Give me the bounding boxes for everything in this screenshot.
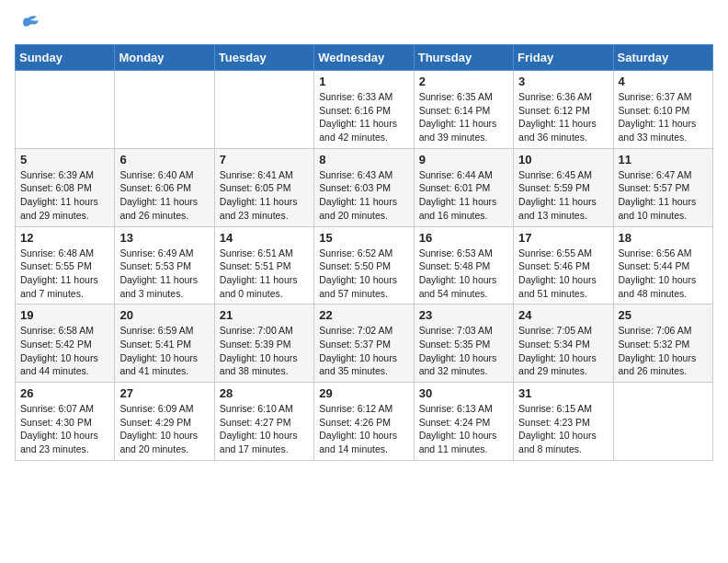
day-number: 10 bbox=[518, 153, 608, 167]
day-number: 14 bbox=[220, 231, 309, 245]
weekday-tuesday: Tuesday bbox=[214, 45, 313, 71]
day-number: 8 bbox=[319, 153, 408, 167]
day-cell: 13Sunrise: 6:49 AM Sunset: 5:53 PM Dayli… bbox=[115, 226, 214, 304]
day-info: Sunrise: 7:05 AM Sunset: 5:34 PM Dayligh… bbox=[518, 324, 608, 378]
day-cell: 4Sunrise: 6:37 AM Sunset: 6:10 PM Daylig… bbox=[613, 71, 712, 149]
day-number: 24 bbox=[518, 308, 608, 322]
day-number: 27 bbox=[119, 386, 209, 400]
day-info: Sunrise: 6:33 AM Sunset: 6:16 PM Dayligh… bbox=[319, 90, 408, 144]
day-number: 13 bbox=[119, 231, 209, 245]
day-info: Sunrise: 6:41 AM Sunset: 6:05 PM Dayligh… bbox=[220, 168, 309, 223]
day-cell: 11Sunrise: 6:47 AM Sunset: 5:57 PM Dayli… bbox=[613, 148, 712, 226]
day-info: Sunrise: 7:03 AM Sunset: 5:35 PM Dayligh… bbox=[419, 324, 508, 378]
day-number: 2 bbox=[419, 75, 508, 88]
day-info: Sunrise: 6:37 AM Sunset: 6:10 PM Dayligh… bbox=[619, 90, 708, 144]
day-number: 30 bbox=[419, 386, 508, 400]
day-number: 18 bbox=[619, 231, 708, 245]
day-cell: 26Sunrise: 6:07 AM Sunset: 4:30 PM Dayli… bbox=[16, 383, 115, 461]
day-info: Sunrise: 6:58 AM Sunset: 5:42 PM Dayligh… bbox=[20, 324, 109, 378]
day-cell: 3Sunrise: 6:36 AM Sunset: 6:12 PM Daylig… bbox=[514, 71, 613, 149]
weekday-thursday: Thursday bbox=[414, 45, 513, 71]
day-cell: 24Sunrise: 7:05 AM Sunset: 5:34 PM Dayli… bbox=[514, 304, 613, 383]
day-info: Sunrise: 6:35 AM Sunset: 6:14 PM Dayligh… bbox=[419, 90, 508, 144]
day-number: 9 bbox=[419, 153, 508, 167]
weekday-wednesday: Wednesday bbox=[314, 45, 414, 71]
day-cell: 28Sunrise: 6:10 AM Sunset: 4:27 PM Dayli… bbox=[214, 383, 313, 461]
day-info: Sunrise: 6:12 AM Sunset: 4:26 PM Dayligh… bbox=[319, 402, 408, 456]
logo-icon bbox=[15, 15, 40, 35]
day-number: 29 bbox=[319, 386, 408, 400]
day-cell: 8Sunrise: 6:43 AM Sunset: 6:03 PM Daylig… bbox=[314, 148, 414, 226]
day-info: Sunrise: 6:53 AM Sunset: 5:48 PM Dayligh… bbox=[419, 247, 508, 301]
day-info: Sunrise: 6:52 AM Sunset: 5:50 PM Dayligh… bbox=[319, 247, 408, 301]
day-cell bbox=[115, 71, 214, 149]
day-info: Sunrise: 6:07 AM Sunset: 4:30 PM Dayligh… bbox=[20, 402, 109, 456]
day-number: 11 bbox=[619, 153, 708, 167]
day-cell: 5Sunrise: 6:39 AM Sunset: 6:08 PM Daylig… bbox=[16, 148, 115, 226]
day-info: Sunrise: 6:10 AM Sunset: 4:27 PM Dayligh… bbox=[220, 402, 309, 456]
day-cell: 30Sunrise: 6:13 AM Sunset: 4:24 PM Dayli… bbox=[414, 383, 513, 461]
day-info: Sunrise: 6:47 AM Sunset: 5:57 PM Dayligh… bbox=[619, 168, 708, 223]
weekday-saturday: Saturday bbox=[613, 45, 712, 71]
page-header bbox=[15, 15, 713, 35]
day-number: 12 bbox=[20, 231, 109, 245]
day-cell: 22Sunrise: 7:02 AM Sunset: 5:37 PM Dayli… bbox=[314, 304, 414, 383]
day-cell: 21Sunrise: 7:00 AM Sunset: 5:39 PM Dayli… bbox=[214, 304, 313, 383]
day-cell: 29Sunrise: 6:12 AM Sunset: 4:26 PM Dayli… bbox=[314, 383, 414, 461]
day-number: 21 bbox=[220, 308, 309, 322]
day-info: Sunrise: 6:40 AM Sunset: 6:06 PM Dayligh… bbox=[119, 168, 209, 223]
week-row-2: 5Sunrise: 6:39 AM Sunset: 6:08 PM Daylig… bbox=[16, 148, 713, 226]
day-info: Sunrise: 7:06 AM Sunset: 5:32 PM Dayligh… bbox=[619, 324, 708, 378]
day-number: 28 bbox=[220, 386, 309, 400]
day-info: Sunrise: 6:59 AM Sunset: 5:41 PM Dayligh… bbox=[119, 324, 209, 378]
day-info: Sunrise: 6:51 AM Sunset: 5:51 PM Dayligh… bbox=[220, 247, 309, 301]
day-cell bbox=[613, 383, 712, 461]
day-info: Sunrise: 6:09 AM Sunset: 4:29 PM Dayligh… bbox=[119, 402, 209, 456]
day-cell: 7Sunrise: 6:41 AM Sunset: 6:05 PM Daylig… bbox=[214, 148, 313, 226]
day-cell: 6Sunrise: 6:40 AM Sunset: 6:06 PM Daylig… bbox=[115, 148, 214, 226]
day-info: Sunrise: 6:36 AM Sunset: 6:12 PM Dayligh… bbox=[518, 90, 608, 144]
logo bbox=[15, 15, 44, 35]
day-number: 7 bbox=[220, 153, 309, 167]
day-info: Sunrise: 6:44 AM Sunset: 6:01 PM Dayligh… bbox=[419, 168, 508, 223]
day-cell: 25Sunrise: 7:06 AM Sunset: 5:32 PM Dayli… bbox=[613, 304, 712, 383]
day-cell: 9Sunrise: 6:44 AM Sunset: 6:01 PM Daylig… bbox=[414, 148, 513, 226]
day-cell: 19Sunrise: 6:58 AM Sunset: 5:42 PM Dayli… bbox=[16, 304, 115, 383]
week-row-4: 19Sunrise: 6:58 AM Sunset: 5:42 PM Dayli… bbox=[16, 304, 713, 383]
day-info: Sunrise: 6:15 AM Sunset: 4:23 PM Dayligh… bbox=[518, 402, 608, 456]
day-cell: 20Sunrise: 6:59 AM Sunset: 5:41 PM Dayli… bbox=[115, 304, 214, 383]
day-cell: 10Sunrise: 6:45 AM Sunset: 5:59 PM Dayli… bbox=[514, 148, 613, 226]
day-number: 31 bbox=[518, 386, 608, 400]
week-row-1: 1Sunrise: 6:33 AM Sunset: 6:16 PM Daylig… bbox=[16, 71, 713, 149]
day-cell: 14Sunrise: 6:51 AM Sunset: 5:51 PM Dayli… bbox=[214, 226, 313, 304]
day-number: 20 bbox=[119, 308, 209, 322]
day-info: Sunrise: 7:00 AM Sunset: 5:39 PM Dayligh… bbox=[220, 324, 309, 378]
day-info: Sunrise: 6:43 AM Sunset: 6:03 PM Dayligh… bbox=[319, 168, 408, 223]
day-cell: 18Sunrise: 6:56 AM Sunset: 5:44 PM Dayli… bbox=[613, 226, 712, 304]
day-number: 17 bbox=[518, 231, 608, 245]
day-number: 16 bbox=[419, 231, 508, 245]
day-info: Sunrise: 6:56 AM Sunset: 5:44 PM Dayligh… bbox=[619, 247, 708, 301]
weekday-monday: Monday bbox=[115, 45, 214, 71]
day-info: Sunrise: 6:13 AM Sunset: 4:24 PM Dayligh… bbox=[419, 402, 508, 456]
day-cell: 27Sunrise: 6:09 AM Sunset: 4:29 PM Dayli… bbox=[115, 383, 214, 461]
day-info: Sunrise: 6:48 AM Sunset: 5:55 PM Dayligh… bbox=[20, 247, 109, 301]
day-number: 5 bbox=[20, 153, 109, 167]
day-number: 19 bbox=[20, 308, 109, 322]
day-number: 22 bbox=[319, 308, 408, 322]
weekday-sunday: Sunday bbox=[16, 45, 115, 71]
day-number: 15 bbox=[319, 231, 408, 245]
calendar-table: SundayMondayTuesdayWednesdayThursdayFrid… bbox=[15, 44, 713, 461]
day-number: 26 bbox=[20, 386, 109, 400]
day-cell: 16Sunrise: 6:53 AM Sunset: 5:48 PM Dayli… bbox=[414, 226, 513, 304]
day-info: Sunrise: 6:45 AM Sunset: 5:59 PM Dayligh… bbox=[518, 168, 608, 223]
day-info: Sunrise: 6:49 AM Sunset: 5:53 PM Dayligh… bbox=[119, 247, 209, 301]
day-cell: 23Sunrise: 7:03 AM Sunset: 5:35 PM Dayli… bbox=[414, 304, 513, 383]
week-row-3: 12Sunrise: 6:48 AM Sunset: 5:55 PM Dayli… bbox=[16, 226, 713, 304]
day-cell: 17Sunrise: 6:55 AM Sunset: 5:46 PM Dayli… bbox=[514, 226, 613, 304]
weekday-header-row: SundayMondayTuesdayWednesdayThursdayFrid… bbox=[16, 45, 713, 71]
week-row-5: 26Sunrise: 6:07 AM Sunset: 4:30 PM Dayli… bbox=[16, 383, 713, 461]
calendar-body: 1Sunrise: 6:33 AM Sunset: 6:16 PM Daylig… bbox=[16, 71, 713, 461]
weekday-friday: Friday bbox=[514, 45, 613, 71]
day-number: 1 bbox=[319, 75, 408, 88]
